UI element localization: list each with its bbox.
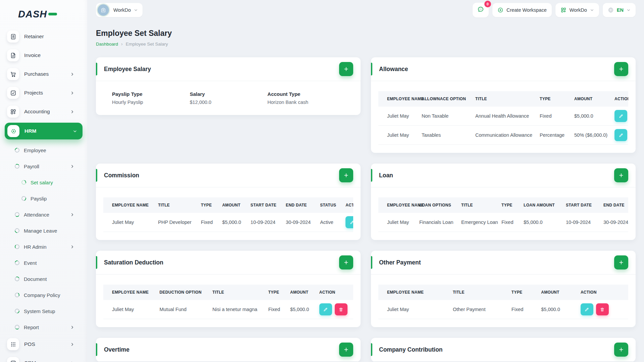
edit-button[interactable]	[581, 303, 593, 315]
edit-button[interactable]	[319, 303, 332, 315]
breadcrumb-current: Employee Set Salary	[126, 42, 168, 47]
sidebar-item-document[interactable]: Document	[0, 272, 87, 286]
column-header-type: TYPE	[507, 285, 536, 300]
sidebar-item-pos[interactable]: POS	[0, 337, 87, 352]
table-scroll-area[interactable]: EMPLOYEE NAMELOAN OPTIONSTITLETYPELOAN A…	[378, 197, 628, 232]
table-cell: Juliet May	[378, 300, 448, 319]
allowance-add-button[interactable]	[614, 62, 628, 76]
language-selector[interactable]: EN	[603, 3, 636, 17]
workdo-menu-button[interactable]: WorkDo	[555, 3, 599, 17]
pencil-icon	[584, 307, 589, 312]
bullet-icon	[15, 325, 19, 329]
sidebar-item-invoice[interactable]: Invoice	[0, 48, 87, 63]
card-body: EMPLOYEE NAMETITLETYPEAMOUNTSTART DATEEN…	[96, 187, 361, 240]
company-contribution-add-button[interactable]	[614, 343, 628, 357]
brand-logo[interactable]: DASH	[0, 0, 87, 21]
sidebar-item-report[interactable]: Report	[0, 320, 87, 334]
card-header: Employee Salary	[96, 57, 361, 81]
delete-button[interactable]	[335, 303, 347, 315]
workspace-selector[interactable]: WorkDo	[96, 3, 143, 17]
column-header-status: STATUS	[315, 197, 341, 213]
edit-button[interactable]	[614, 110, 627, 122]
sidebar-item-retainer[interactable]: Retainer	[0, 29, 87, 44]
table-scroll-area[interactable]: EMPLOYEE NAMETITLETYPEAMOUNTACTIONJuliet…	[378, 285, 628, 319]
loan-add-button[interactable]	[614, 168, 628, 182]
table-cell: $5,000.0	[536, 300, 576, 319]
table-row: Juliet MayPHP DeveloperFixed$5,000.010-0…	[103, 213, 353, 232]
table-cell: Nisi a tenetur magna	[208, 300, 263, 319]
table-scroll-area[interactable]: EMPLOYEE NAMETITLETYPEAMOUNTSTART DATEEN…	[103, 197, 353, 232]
column-header-amount: AMOUNT	[570, 91, 610, 107]
workdo-menu-label: WorkDo	[570, 7, 587, 13]
info-value: Horizon Bank cash	[267, 100, 345, 105]
app-root: DASH RetainerInvoicePurchasesProjectsAcc…	[0, 0, 644, 362]
sidebar-item-label: CRM	[24, 360, 36, 362]
sidebar-item-label: Employee	[24, 147, 46, 153]
sidebar-item-label: Projects	[24, 90, 43, 96]
sidebar-item-label: Set salary	[31, 180, 53, 185]
pencil-icon	[619, 114, 624, 119]
sidebar-item-purchases[interactable]: Purchases	[0, 66, 87, 82]
commission-add-button[interactable]	[339, 168, 353, 182]
card-overtime: Overtime	[96, 338, 361, 362]
edit-button[interactable]	[614, 129, 627, 141]
chevron-down-icon	[134, 8, 138, 12]
other-payment-add-button[interactable]	[614, 255, 628, 269]
brand-logo-text: DASH	[18, 9, 47, 20]
saturation-deduction-add-button[interactable]	[339, 255, 353, 269]
sidebar: DASH RetainerInvoicePurchasesProjectsAcc…	[0, 0, 87, 362]
sidebar-item-manage-leave[interactable]: Manage Leave	[0, 224, 87, 237]
column-header-action: ACTION	[341, 197, 353, 213]
employee-salary-add-button[interactable]	[339, 62, 353, 76]
sidebar-item-label: Invoice	[24, 52, 41, 58]
card-header: Commission	[96, 164, 361, 187]
card-title: Employee Salary	[104, 66, 151, 73]
card-body: Payslip TypeHourly PayslipSalary$12,000.…	[96, 81, 361, 115]
overtime-add-button[interactable]	[339, 343, 353, 357]
bullet-icon	[21, 195, 27, 202]
table-cell: Emergency Loan	[457, 213, 497, 232]
sidebar-item-payslip[interactable]: Payslip	[0, 192, 87, 205]
plus-icon	[618, 347, 624, 353]
sidebar-item-label: Retainer	[24, 34, 44, 40]
breadcrumb-separator: ›	[121, 41, 123, 47]
sidebar-item-projects[interactable]: Projects	[0, 85, 87, 101]
table-cell: Non Taxable	[417, 107, 471, 126]
sidebar-item-label: Document	[24, 276, 47, 282]
sidebar-item-attendance[interactable]: Attendance	[0, 208, 87, 221]
breadcrumb-dashboard-link[interactable]: Dashboard	[96, 42, 118, 47]
sidebar-item-company-policy[interactable]: Company Policy	[0, 288, 87, 302]
topbar: WorkDo 0 Create Workspace WorkDo	[96, 0, 636, 20]
table-cell: $5,000.0	[570, 107, 610, 126]
sidebar-item-crm[interactable]: CRM	[0, 355, 87, 362]
messages-button[interactable]: 0	[473, 3, 489, 17]
sidebar-item-label: Accounting	[24, 109, 50, 115]
table-cell: 30-09-2024	[281, 213, 315, 232]
table-actions-cell	[341, 213, 353, 232]
table-scroll-area[interactable]: EMPLOYEE NAMEALLOWNACE OPTIONTITLETYPEAM…	[378, 91, 628, 145]
sidebar-item-accounting[interactable]: Accounting	[0, 104, 87, 119]
sidebar-item-employee[interactable]: Employee	[0, 143, 87, 157]
card-body: EMPLOYEE NAMELOAN OPTIONSTITLETYPELOAN A…	[371, 187, 636, 240]
sidebar-item-event[interactable]: Event	[0, 256, 87, 269]
sidebar-item-set-salary[interactable]: Set salary	[0, 176, 87, 189]
bullet-icon	[14, 164, 20, 169]
table-scroll-area[interactable]: EMPLOYEE NAMEDEDUCTION OPTIONTITLETYPEAM…	[103, 285, 353, 319]
column-header-end-date: END DATE	[281, 197, 315, 213]
bullet-icon	[14, 227, 20, 234]
column-header-deduction-option: DEDUCTION OPTION	[155, 285, 208, 300]
edit-button[interactable]	[345, 216, 353, 228]
column-header-loan-amount: LOAN AMOUNT	[519, 197, 561, 213]
sidebar-item-hrm[interactable]: HRM	[5, 123, 83, 139]
column-header-start-date: START DATE	[561, 197, 599, 213]
create-workspace-button[interactable]: Create Workspace	[492, 3, 552, 17]
sidebar-item-system-setup[interactable]: System Setup	[0, 304, 87, 318]
table-cell: Fixed	[535, 107, 570, 126]
card-row: Saturation DeductionEMPLOYEE NAMEDEDUCTI…	[96, 251, 636, 327]
table-header-row: EMPLOYEE NAMEALLOWNACE OPTIONTITLETYPEAM…	[378, 91, 628, 107]
sidebar-item-payroll[interactable]: Payroll	[0, 160, 87, 173]
sidebar-item-hr-admin[interactable]: HR Admin	[0, 240, 87, 253]
delete-button[interactable]	[596, 303, 609, 315]
table-cell: Juliet May	[378, 213, 415, 232]
bullet-icon	[14, 259, 20, 266]
